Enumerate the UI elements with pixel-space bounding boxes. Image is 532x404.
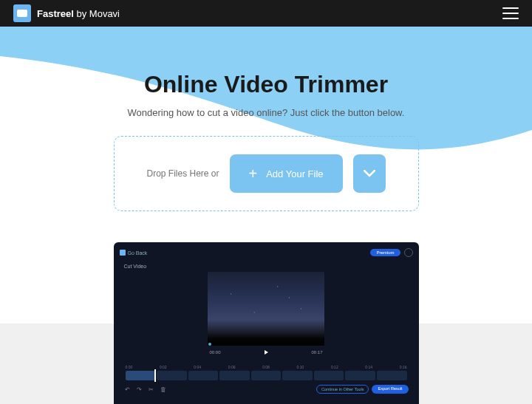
- clip[interactable]: [345, 371, 375, 380]
- top-header: Fastreel by Movavi: [0, 0, 532, 27]
- tick-label: 0:04: [194, 365, 201, 369]
- timeline: 0:000:020:040:060:080:100:120:140:16: [120, 365, 413, 380]
- tick-label: 0:16: [400, 365, 407, 369]
- back-logo-icon: [120, 250, 126, 256]
- upload-dropzone[interactable]: Drop Files Here or + Add Your File: [114, 136, 419, 211]
- clip[interactable]: [219, 371, 250, 380]
- progress-dot[interactable]: [208, 343, 211, 346]
- undo-icon[interactable]: ↶: [124, 386, 132, 393]
- tick-label: 0:12: [331, 365, 338, 369]
- video-preview[interactable]: [208, 272, 324, 346]
- delete-icon[interactable]: 🗑: [160, 386, 167, 393]
- export-button[interactable]: Export Result: [372, 385, 408, 394]
- menu-icon[interactable]: [502, 7, 519, 19]
- clip[interactable]: [188, 371, 219, 380]
- cut-video-label: Cut Video: [124, 264, 413, 269]
- logo-icon: [13, 4, 31, 22]
- page-subtitle: Wondering how to cut a video online? Jus…: [0, 107, 532, 118]
- add-file-label: Add Your File: [266, 168, 323, 179]
- timeline-ticks: 0:000:020:040:060:080:100:120:140:16: [126, 365, 407, 369]
- cut-icon[interactable]: ✂: [148, 386, 155, 393]
- clip[interactable]: [282, 371, 313, 380]
- preview-bottom-row: ↶ ↷ ✂ 🗑 Continue in Other Tools Export R…: [120, 385, 413, 394]
- timeline-clips[interactable]: [126, 371, 407, 380]
- clip[interactable]: [157, 371, 187, 380]
- clip[interactable]: [251, 371, 282, 380]
- tick-label: 0:14: [365, 365, 372, 369]
- play-icon[interactable]: [265, 350, 268, 355]
- brand[interactable]: Fastreel by Movavi: [13, 4, 120, 22]
- tick-label: 0:10: [297, 365, 304, 369]
- go-back-link[interactable]: Go Back: [120, 250, 148, 256]
- chevron-down-icon: [364, 170, 375, 177]
- continue-button[interactable]: Continue in Other Tools: [316, 385, 369, 394]
- plus-icon: +: [249, 166, 258, 181]
- clip[interactable]: [314, 371, 344, 380]
- tick-label: 0:00: [126, 365, 133, 369]
- tick-label: 0:08: [262, 365, 270, 369]
- playback-bar: 00:00 00:17: [120, 350, 413, 355]
- time-start: 00:00: [210, 350, 221, 355]
- avatar-icon[interactable]: [404, 248, 413, 257]
- main-content: Online Video Trimmer Wondering how to cu…: [0, 27, 532, 404]
- tick-label: 0:06: [228, 365, 236, 369]
- add-file-dropdown-button[interactable]: [353, 154, 386, 193]
- editor-preview: Go Back Premium Cut Video 00:00 00:17 0:…: [114, 242, 419, 404]
- tool-icons: ↶ ↷ ✂ 🗑: [124, 386, 167, 393]
- brand-text: Fastreel by Movavi: [37, 8, 120, 19]
- redo-icon[interactable]: ↷: [136, 386, 143, 393]
- time-end: 00:17: [311, 350, 322, 355]
- clip[interactable]: [126, 371, 156, 380]
- app-preview-section: Go Back Premium Cut Video 00:00 00:17 0:…: [0, 242, 532, 404]
- premium-button[interactable]: Premium: [370, 249, 400, 256]
- clip[interactable]: [377, 371, 407, 380]
- preview-header: Go Back Premium: [120, 247, 413, 258]
- page-title: Online Video Trimmer: [0, 71, 532, 98]
- tick-label: 0:02: [160, 365, 167, 369]
- drop-text: Drop Files Here or: [146, 168, 219, 179]
- add-file-button[interactable]: + Add Your File: [230, 154, 343, 193]
